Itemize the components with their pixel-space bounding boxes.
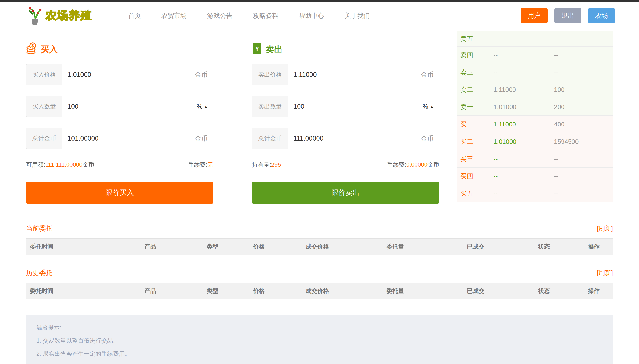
percent-label: %: [197, 103, 202, 110]
nav-item-announcements[interactable]: 游戏公告: [207, 12, 232, 20]
buy-amount-label: 买入数量: [26, 96, 62, 117]
nav-item-home[interactable]: 首页: [128, 12, 141, 20]
history-orders-table: 委托时间 产品 类型 价格 成交价格 委托量 已成交 状态 操作: [26, 282, 613, 299]
orderbook-panel: 卖五 -- -- 卖四 -- -- 卖三 -- -- 卖二 1.11000: [450, 31, 613, 204]
history-orders-refresh-link[interactable]: [刷新]: [597, 269, 613, 277]
buy-total-label: 总计金币: [26, 128, 62, 149]
nav-buttons: 用户 退出 农场: [521, 8, 615, 24]
coins-stack-icon: $: [26, 42, 37, 56]
buy-fee: 手续费:无: [188, 161, 213, 168]
buy-price-label: 买入价格: [26, 64, 62, 85]
percent-label: %: [422, 103, 428, 110]
orderbook-row-sell1[interactable]: 卖一 1.01000 200: [458, 98, 613, 116]
buy-total-row: 总计金币 金币: [26, 128, 213, 149]
col-action: 操作: [574, 283, 613, 299]
current-orders-refresh-link[interactable]: [刷新]: [597, 224, 613, 233]
buy-section-title: $ 买入: [26, 43, 213, 55]
nav-item-help[interactable]: 帮助中心: [299, 12, 324, 20]
buy-total-input[interactable]: [68, 135, 192, 142]
col-product: 产品: [111, 238, 189, 255]
orderbook-row-buy5[interactable]: 买五 -- --: [458, 185, 613, 202]
sell-amount-input[interactable]: [294, 103, 412, 110]
sell-price-label: 卖出价格: [252, 64, 288, 85]
col-type: 类型: [189, 283, 236, 299]
holding-value: 295: [271, 161, 281, 168]
buy-price-input[interactable]: [68, 71, 192, 78]
sell-info-line: 持有量:295 手续费:0.00000金币: [252, 161, 439, 168]
sell-total-label: 总计金币: [252, 128, 288, 149]
col-order-qty: 委托量: [353, 238, 438, 255]
sell-fee: 手续费:0.00000金币: [387, 161, 439, 168]
col-type: 类型: [189, 238, 236, 255]
buy-amount-input[interactable]: [68, 103, 186, 110]
col-filled: 已成交: [438, 283, 514, 299]
col-filled: 已成交: [438, 238, 514, 255]
nav-item-market[interactable]: 农贸市场: [161, 12, 187, 20]
history-orders-title: 历史委托: [26, 268, 52, 277]
tips-line-2: 2. 果实出售会产生一定的手续费用。: [36, 351, 603, 357]
buy-total-unit: 金币: [195, 134, 208, 143]
logout-button[interactable]: 退出: [554, 8, 581, 24]
sell-total-unit: 金币: [421, 134, 434, 143]
orderbook-row-buy4[interactable]: 买四 -- --: [458, 168, 613, 185]
buy-panel: $ 买入 买入价格 金币 买入数量: [26, 31, 224, 204]
sell-price-input[interactable]: [294, 71, 418, 78]
col-price: 价格: [236, 283, 282, 299]
main-menu: 首页 农贸市场 游戏公告 攻略资料 帮助中心 关于我们: [128, 12, 370, 20]
svg-text:$: $: [32, 43, 34, 48]
sell-total-input[interactable]: [294, 135, 418, 142]
tips-line-1: 1. 交易数量以整百倍进行交易。: [36, 338, 603, 344]
trade-area: $ 买入 买入价格 金币 买入数量: [26, 31, 613, 204]
sell-amount-label: 卖出数量: [252, 96, 288, 117]
current-orders-table: 委托时间 产品 类型 价格 成交价格 委托量 已成交 状态 操作: [26, 238, 613, 255]
logo-plant-icon: [27, 5, 43, 26]
buy-amount-row: 买入数量 % ▲: [26, 96, 213, 117]
sell-fee-value: 0.00000: [406, 161, 428, 168]
table-header-row: 委托时间 产品 类型 价格 成交价格 委托量 已成交 状态 操作: [26, 238, 613, 255]
buy-percent-dropdown[interactable]: % ▲: [191, 96, 213, 117]
farm-button[interactable]: 农场: [588, 8, 615, 24]
user-button[interactable]: 用户: [521, 8, 548, 24]
current-orders-title: 当前委托: [26, 224, 52, 233]
buy-fee-value: 无: [208, 161, 213, 168]
orderbook-row-buy1[interactable]: 买一 1.11000 400: [458, 116, 613, 133]
sell-section-title: ¥ 卖出: [252, 43, 439, 55]
orderbook-row-sell5[interactable]: 卖五 -- --: [458, 32, 613, 46]
col-price: 价格: [236, 238, 282, 255]
sell-price-row: 卖出价格 金币: [252, 64, 439, 85]
orderbook-row-sell4[interactable]: 卖四 -- --: [458, 46, 613, 64]
col-deal-price: 成交价格: [282, 238, 353, 255]
history-orders-header: 历史委托 [刷新]: [26, 268, 613, 277]
sell-title-text: 卖出: [266, 44, 283, 55]
buy-price-row: 买入价格 金币: [26, 64, 213, 85]
col-status: 状态: [514, 283, 574, 299]
limit-sell-button[interactable]: 限价卖出: [252, 182, 439, 204]
orderbook-row-sell3[interactable]: 卖三 -- --: [458, 64, 613, 81]
sell-total-row: 总计金币 金币: [252, 128, 439, 149]
orderbook: 卖五 -- -- 卖四 -- -- 卖三 -- -- 卖二 1.11000: [458, 31, 613, 202]
orderbook-row-buy3[interactable]: 买三 -- --: [458, 150, 613, 168]
sell-percent-dropdown[interactable]: % ▲: [417, 96, 439, 117]
window-top-strip: [0, 0, 639, 2]
sell-holding: 持有量:295: [252, 161, 281, 168]
nav-item-about[interactable]: 关于我们: [344, 12, 370, 20]
buy-available: 可用额:111,111.00000金币: [26, 161, 94, 168]
col-order-time: 委托时间: [26, 238, 111, 255]
orderbook-row-sell2[interactable]: 卖二 1.11000 100: [458, 81, 613, 98]
caret-up-icon: ▲: [430, 104, 434, 109]
nav-item-guides[interactable]: 攻略资料: [253, 12, 278, 20]
tips-title: 温馨提示:: [36, 324, 603, 330]
col-order-qty: 委托量: [353, 283, 438, 299]
tips-box: 温馨提示: 1. 交易数量以整百倍进行交易。 2. 果实出售会产生一定的手续费用…: [26, 315, 613, 364]
buy-title-text: 买入: [41, 44, 58, 55]
col-deal-price: 成交价格: [282, 283, 353, 299]
orderbook-row-buy2[interactable]: 买二 1.01000 1594500: [458, 133, 613, 150]
logo-text: 农场养殖: [45, 8, 92, 23]
col-order-time: 委托时间: [26, 283, 111, 299]
table-header-row: 委托时间 产品 类型 价格 成交价格 委托量 已成交 状态 操作: [26, 283, 613, 299]
col-action: 操作: [574, 238, 613, 255]
limit-buy-button[interactable]: 限价买入: [26, 182, 213, 204]
sell-price-unit: 金币: [421, 70, 434, 79]
site-logo[interactable]: 农场养殖: [27, 5, 92, 26]
svg-text:¥: ¥: [256, 45, 259, 52]
